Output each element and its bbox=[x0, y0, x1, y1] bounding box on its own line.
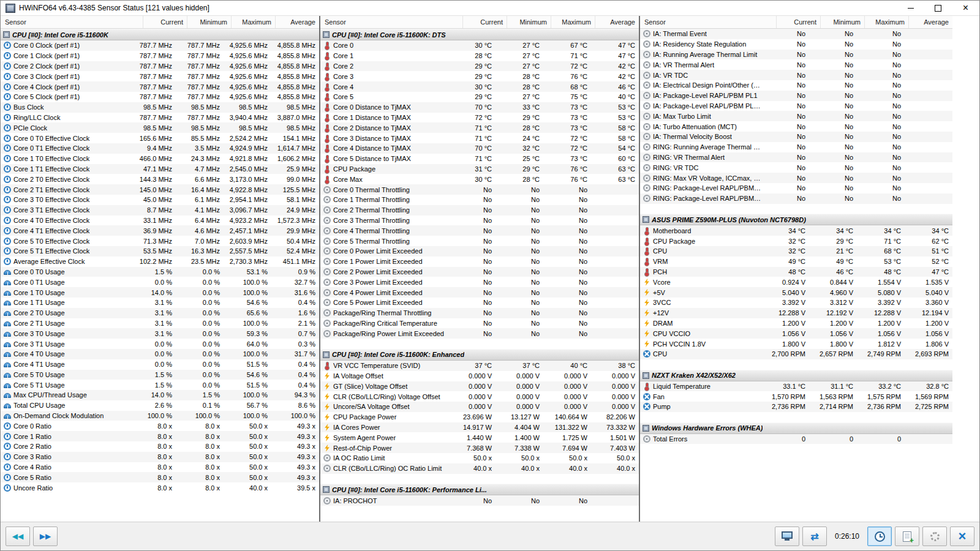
sensor-row[interactable]: Core 229 °C27 °C72 °C42 °C bbox=[320, 61, 639, 72]
sensor-row[interactable]: Liquid Temperature33.1 °C31.1 °C33.2 °C3… bbox=[640, 381, 952, 392]
sensor-row[interactable]: Core 5 T1 Effective Clock53.5 MHz16.3 MH… bbox=[1, 246, 319, 257]
sensor-row[interactable]: RING: Package-Level RAPL/PBM PL1NoNoNo bbox=[640, 183, 952, 193]
column-header-maximum[interactable]: Maximum bbox=[551, 16, 595, 28]
sensor-row[interactable]: Core 5 T1 Usage1.5 %0.0 %51.5 %0.4 % bbox=[1, 380, 319, 390]
report-button[interactable]: + bbox=[895, 527, 919, 546]
sensor-row[interactable]: Core 0 T1 Usage0.0 %0.0 %100.0 %32.7 % bbox=[1, 277, 319, 287]
sensor-row[interactable]: Core 0 Clock (perf #1)787.7 MHz787.7 MHz… bbox=[1, 40, 319, 51]
sensor-row[interactable]: Core 2 Distance to TjMAX71 °C28 °C73 °C5… bbox=[320, 122, 639, 133]
sensor-row[interactable]: CPU Package31 °C29 °C76 °C63 °C bbox=[320, 164, 639, 174]
sensor-row[interactable]: Package/Ring Thermal ThrottlingNoNoNo bbox=[320, 308, 639, 318]
sensor-row[interactable]: Max CPU/Thread Usage14.0 %1.5 %100.0 %94… bbox=[1, 390, 319, 400]
close-sensors-button[interactable]: × bbox=[950, 527, 974, 546]
sensor-row[interactable]: CPU32 °C21 °C68 °C51 °C bbox=[640, 246, 952, 257]
sensor-row[interactable]: Core 1 Ratio8.0 x8.0 x50.0 x49.3 x bbox=[1, 431, 319, 441]
sensor-row[interactable]: Core 329 °C28 °C76 °C42 °C bbox=[320, 71, 639, 81]
sensor-row[interactable]: Core 4 T0 Usage0.0 %0.0 %100.0 %31.7 % bbox=[1, 349, 319, 359]
sensor-row[interactable]: IA: Residency State RegulationNoNoNo bbox=[640, 39, 952, 50]
sensor-row[interactable]: Core 2 T1 Effective Clock145.0 MHz16.4 M… bbox=[1, 184, 319, 195]
sensor-row[interactable]: Core 4 T0 Effective Clock33.1 MHz6.4 MHz… bbox=[1, 216, 319, 226]
settings-button[interactable] bbox=[922, 527, 947, 546]
sensor-row[interactable]: Core 0 T0 Usage1.5 %0.0 %53.1 %0.9 % bbox=[1, 267, 319, 277]
maximize-button[interactable] bbox=[924, 1, 952, 15]
sensor-row[interactable]: CPU Package32 °C29 °C71 °C62 °C bbox=[640, 236, 952, 246]
sensor-row[interactable]: Core 4 T1 Effective Clock36.9 MHz4.6 MHz… bbox=[1, 225, 319, 236]
sensor-row[interactable]: Core 0 Ratio8.0 x8.0 x50.0 x49.3 x bbox=[1, 421, 319, 431]
sensor-group-header[interactable]: CPU [#0]: Intel Core i5-11600K: Performa… bbox=[320, 484, 639, 495]
column-header-sensor[interactable]: Sensor bbox=[320, 16, 462, 28]
sensor-row[interactable]: IA: Thermal EventNoNoNo bbox=[640, 29, 952, 39]
sensor-row[interactable]: Core 5 Ratio8.0 x8.0 x50.0 x49.3 x bbox=[1, 472, 319, 482]
column-header-minimum[interactable]: Minimum bbox=[820, 16, 864, 28]
sensor-row[interactable]: RING: VR TDCNoNoNo bbox=[640, 162, 952, 173]
sensor-row[interactable]: Total Errors000 bbox=[640, 434, 952, 444]
sensor-row[interactable]: Core 1 Thermal ThrottlingNoNoNo bbox=[320, 195, 639, 205]
sensor-row[interactable]: IA: Package-Level RAPL/PBM PL1NoNoNo bbox=[640, 91, 952, 101]
sensor-row[interactable]: Core 529 °C27 °C75 °C40 °C bbox=[320, 92, 639, 102]
sensor-row[interactable]: Core 5 Distance to TjMAX71 °C25 °C73 °C6… bbox=[320, 154, 639, 164]
logging-clock-button[interactable] bbox=[867, 527, 892, 546]
sensor-row[interactable]: Core 3 T0 Usage3.1 %0.0 %59.3 %0.7 % bbox=[1, 328, 319, 339]
sensor-row[interactable]: RING: Package-Level RAPL/PBM PL2,PL3NoNo… bbox=[640, 193, 952, 204]
sensor-row[interactable]: Core 3 T0 Effective Clock45.0 MHz6.1 MHz… bbox=[1, 195, 319, 205]
sensor-row[interactable]: Core 4 Distance to TjMAX70 °C32 °C72 °C5… bbox=[320, 143, 639, 154]
column-header-average[interactable]: Average bbox=[275, 16, 319, 28]
sensor-row[interactable]: Core 0 Thermal ThrottlingNoNoNo bbox=[320, 184, 639, 195]
sensor-group-header[interactable]: Windows Hardware Errors (WHEA) bbox=[640, 422, 952, 434]
sensor-row[interactable]: Core 5 T0 Effective Clock71.3 MHz7.0 MHz… bbox=[1, 236, 319, 246]
sensor-row[interactable]: Core 128 °C27 °C71 °C47 °C bbox=[320, 51, 639, 61]
minimize-button[interactable] bbox=[897, 1, 924, 15]
column-header-maximum[interactable]: Maximum bbox=[231, 16, 275, 28]
column-header-current[interactable]: Current bbox=[776, 16, 820, 28]
sensor-row[interactable]: Core 1 Clock (perf #1)787.7 MHz787.7 MHz… bbox=[1, 51, 319, 61]
sensor-row[interactable]: Core 2 Power Limit ExceededNoNoNo bbox=[320, 267, 639, 277]
column-header-current[interactable]: Current bbox=[462, 16, 507, 28]
sensor-row[interactable]: RING: Max VR Voltage, ICCmax, PL4NoNoNo bbox=[640, 173, 952, 183]
sensor-row[interactable]: Core 1 T1 Usage3.1 %0.0 %54.6 %0.4 % bbox=[1, 298, 319, 308]
sensor-row[interactable]: IA: PROCHOTNoNoNo bbox=[320, 495, 639, 506]
sensor-group-header[interactable]: ASUS PRIME Z590M-PLUS (Nuvoton NCT6798D) bbox=[640, 214, 952, 225]
sensor-row[interactable]: Bus Clock98.5 MHz98.5 MHz98.5 MHz98.5 MH… bbox=[1, 102, 319, 113]
sensor-row[interactable]: CPU VCCIO1.056 V1.056 V1.056 V1.056 V bbox=[640, 328, 952, 339]
sensor-row[interactable]: Core 3 Power Limit ExceededNoNoNo bbox=[320, 277, 639, 287]
sensor-row[interactable]: Core 0 T0 Effective Clock165.6 MHz85.5 M… bbox=[1, 133, 319, 143]
column-header-minimum[interactable]: Minimum bbox=[507, 16, 551, 28]
sensor-group-header[interactable]: CPU [#0]: Intel Core i5-11600K: DTS bbox=[320, 29, 639, 40]
sensor-row[interactable]: Core 5 T0 Usage1.5 %0.0 %54.6 %0.4 % bbox=[1, 370, 319, 380]
sensor-row[interactable]: Core 3 Ratio8.0 x8.0 x50.0 x49.3 x bbox=[1, 452, 319, 462]
sensor-row[interactable]: Core 4 Clock (perf #1)787.7 MHz787.7 MHz… bbox=[1, 81, 319, 92]
sensor-row[interactable]: CPU Package Power23.696 W13.127 W140.664… bbox=[320, 412, 639, 422]
sensor-row[interactable]: Core 3 Clock (perf #1)787.7 MHz787.7 MHz… bbox=[1, 71, 319, 81]
sensor-row[interactable]: PCH VCCIN 1.8V1.800 V1.800 V1.812 V1.806… bbox=[640, 339, 952, 349]
sensor-row[interactable]: Core 3 Distance to TjMAX71 °C24 °C72 °C5… bbox=[320, 133, 639, 143]
sensor-group-header[interactable]: NZXT Kraken X42/X52/X62 bbox=[640, 370, 952, 381]
column-header-average[interactable]: Average bbox=[908, 16, 952, 28]
sensor-row[interactable]: Core 430 °C28 °C68 °C46 °C bbox=[320, 81, 639, 92]
sensor-row[interactable]: IA: Package-Level RAPL/PBM PL2,PL3NoNoNo bbox=[640, 101, 952, 111]
sensor-row[interactable]: Core 2 Clock (perf #1)787.7 MHz787.7 MHz… bbox=[1, 61, 319, 72]
sensor-row[interactable]: Core 1 T1 Effective Clock47.1 MHz4.7 MHz… bbox=[1, 164, 319, 174]
refresh-sensors-button[interactable]: ⇄ bbox=[802, 527, 827, 546]
sensor-row[interactable]: IA Cores Power14.917 W4.404 W131.322 W73… bbox=[320, 422, 639, 433]
sensor-row[interactable]: Vcore0.924 V0.844 V1.554 V1.535 V bbox=[640, 277, 952, 287]
sensor-row[interactable]: DRAM1.200 V1.200 V1.200 V1.200 V bbox=[640, 318, 952, 329]
sensor-row[interactable]: Pump2,736 RPM2,714 RPM2,736 RPM2,725 RPM bbox=[640, 402, 952, 412]
sensor-row[interactable]: Total CPU Usage2.6 %0.1 %56.7 %8.6 % bbox=[1, 400, 319, 411]
remote-monitoring-button[interactable] bbox=[775, 527, 799, 546]
sensor-row[interactable]: Core 3 T1 Effective Clock8.7 MHz4.1 MHz3… bbox=[1, 205, 319, 216]
sensor-row[interactable]: Core 5 Thermal ThrottlingNoNoNo bbox=[320, 236, 639, 246]
sensor-row[interactable]: Core 0 Power Limit ExceededNoNoNo bbox=[320, 246, 639, 257]
sensor-row[interactable]: RING: VR Thermal AlertNoNoNo bbox=[640, 152, 952, 163]
sensor-row[interactable]: Uncore Ratio8.0 x8.0 x40.0 x39.5 x bbox=[1, 482, 319, 493]
sensor-row[interactable]: CPU2,700 RPM2,657 RPM2,749 RPM2,693 RPM bbox=[640, 349, 952, 359]
column-header-current[interactable]: Current bbox=[143, 16, 187, 28]
sensor-row[interactable]: Core 4 Thermal ThrottlingNoNoNo bbox=[320, 225, 639, 236]
sensor-row[interactable]: CLR (CBo/LLC/Ring) Voltage Offset0.000 V… bbox=[320, 391, 639, 402]
sensor-row[interactable]: Core 0 T1 Effective Clock9.4 MHz3.5 MHz4… bbox=[1, 143, 319, 154]
sensor-group-header[interactable]: CPU [#0]: Intel Core i5-11600K bbox=[1, 29, 319, 40]
sensor-row[interactable]: Core 1 Power Limit ExceededNoNoNo bbox=[320, 257, 639, 267]
sensor-row[interactable]: Core 1 T0 Effective Clock466.0 MHz24.3 M… bbox=[1, 154, 319, 164]
sensor-row[interactable]: Fan1,570 RPM1,563 RPM1,575 RPM1,569 RPM bbox=[640, 391, 952, 402]
sensor-row[interactable]: Motherboard34 °C34 °C34 °C34 °C bbox=[640, 225, 952, 236]
column-header-average[interactable]: Average bbox=[595, 16, 639, 28]
